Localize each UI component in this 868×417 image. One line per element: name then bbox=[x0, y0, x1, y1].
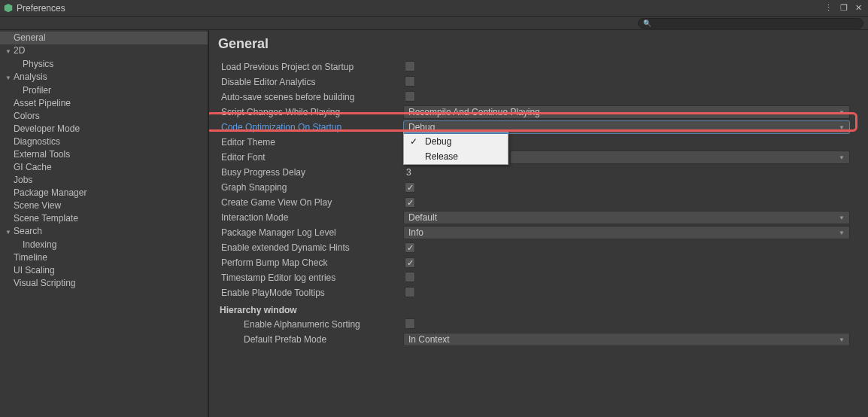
sidebar-item-gi-cache[interactable]: GI Cache bbox=[0, 161, 208, 174]
sidebar-item-scene-template[interactable]: Scene Template bbox=[0, 212, 208, 225]
label-load-previous: Load Previous Project on Startup bbox=[215, 62, 403, 72]
label-playmode-tooltips: Enable PlayMode Tooltips bbox=[215, 288, 403, 298]
search-icon: 🔍 bbox=[643, 20, 651, 27]
label-bump-map: Perform Bump Map Check bbox=[215, 257, 403, 268]
sidebar-item-timeline[interactable]: Timeline bbox=[0, 251, 208, 264]
chevron-down-icon: ▼ bbox=[5, 46, 12, 57]
unity-icon bbox=[3, 3, 14, 14]
sidebar-item-colors[interactable]: Colors bbox=[0, 110, 208, 123]
menu-item-release[interactable]: Release bbox=[404, 149, 508, 164]
checkbox-timestamp[interactable] bbox=[405, 272, 415, 282]
chevron-down-icon: ▼ bbox=[839, 154, 845, 161]
page-title: General bbox=[215, 35, 860, 59]
checkbox-auto-save[interactable] bbox=[405, 91, 415, 102]
checkbox-alpha-sort[interactable] bbox=[405, 318, 415, 329]
content-panel: General Load Previous Project on Startup… bbox=[209, 30, 868, 417]
label-graph-snapping: Graph Snapping bbox=[215, 182, 403, 193]
dropdown-popup: ✓Debug Release bbox=[403, 132, 508, 165]
restore-icon[interactable]: ❐ bbox=[837, 3, 851, 13]
checkbox-ext-hints[interactable] bbox=[405, 242, 415, 253]
chevron-down-icon: ▼ bbox=[5, 72, 12, 84]
dropdown-editor-font[interactable]: ▼ bbox=[510, 151, 850, 164]
check-icon: ✓ bbox=[410, 136, 417, 147]
sidebar-item-visual-scripting[interactable]: Visual Scripting bbox=[0, 277, 208, 290]
checkbox-create-game-view[interactable] bbox=[405, 197, 415, 208]
label-auto-save: Auto-save scenes before building bbox=[215, 92, 403, 102]
label-script-changes: Script Changes While Playing bbox=[215, 107, 403, 117]
titlebar: Preferences ⋮ ❐ ✕ bbox=[0, 0, 868, 17]
label-ext-hints: Enable extended Dynamic Hints bbox=[215, 242, 403, 253]
sidebar-item-scene-view[interactable]: Scene View bbox=[0, 199, 208, 212]
chevron-down-icon: ▼ bbox=[839, 109, 845, 116]
label-editor-theme: Editor Theme bbox=[215, 137, 403, 148]
label-create-game-view: Create Game View On Play bbox=[215, 197, 403, 208]
sidebar-item-analysis[interactable]: ▼Analysis bbox=[0, 71, 208, 84]
searchbar-row: 🔍 bbox=[0, 17, 868, 30]
section-hierarchy: Hierarchy window bbox=[215, 300, 860, 317]
sidebar-item-developer-mode[interactable]: Developer Mode bbox=[0, 123, 208, 135]
sidebar-item-profiler[interactable]: Profiler bbox=[0, 84, 208, 97]
sidebar-item-search[interactable]: ▼Search bbox=[0, 225, 208, 239]
dropdown-prefab-mode[interactable]: In Context▼ bbox=[403, 333, 850, 346]
chevron-down-icon: ▼ bbox=[839, 124, 845, 131]
label-prefab-mode: Default Prefab Mode bbox=[215, 334, 403, 345]
close-icon[interactable]: ✕ bbox=[852, 3, 865, 13]
label-disable-analytics: Disable Editor Analytics bbox=[215, 77, 403, 87]
checkbox-disable-analytics[interactable] bbox=[405, 76, 415, 87]
sidebar-item-2d[interactable]: ▼2D bbox=[0, 44, 208, 58]
chevron-down-icon: ▼ bbox=[839, 230, 845, 236]
checkbox-load-previous[interactable] bbox=[405, 61, 415, 72]
chevron-down-icon: ▼ bbox=[5, 227, 12, 238]
dropdown-script-changes[interactable]: Recompile And Continue Playing▼ bbox=[403, 105, 850, 119]
dropdown-interaction-mode[interactable]: Default▼ bbox=[403, 211, 850, 224]
sidebar-item-external-tools[interactable]: External Tools bbox=[0, 148, 208, 161]
chevron-down-icon: ▼ bbox=[839, 215, 845, 221]
chevron-down-icon: ▼ bbox=[839, 336, 845, 343]
checkbox-playmode-tooltips[interactable] bbox=[405, 287, 415, 297]
sidebar-item-package-manager[interactable]: Package Manager bbox=[0, 187, 208, 199]
value-busy-delay[interactable]: 3 bbox=[403, 167, 411, 178]
window-title: Preferences bbox=[17, 3, 821, 14]
more-icon[interactable]: ⋮ bbox=[821, 3, 836, 13]
label-alpha-sort: Enable Alphanumeric Sorting bbox=[215, 319, 403, 330]
checkbox-bump-map[interactable] bbox=[405, 257, 415, 268]
sidebar-item-indexing[interactable]: Indexing bbox=[0, 239, 208, 251]
label-interaction-mode: Interaction Mode bbox=[215, 212, 403, 223]
label-timestamp: Timestamp Editor log entries bbox=[215, 272, 403, 283]
sidebar-item-physics[interactable]: Physics bbox=[0, 58, 208, 71]
label-code-optimization: Code Optimization On Startup bbox=[215, 122, 403, 132]
menu-item-debug[interactable]: ✓Debug bbox=[404, 134, 508, 149]
dropdown-pkg-log-level[interactable]: Info▼ bbox=[403, 226, 850, 239]
sidebar-item-ui-scaling[interactable]: UI Scaling bbox=[0, 264, 208, 277]
search-input[interactable]: 🔍 bbox=[638, 18, 863, 29]
sidebar-item-general[interactable]: General bbox=[0, 32, 208, 44]
window-controls: ⋮ ❐ ✕ bbox=[821, 3, 865, 13]
sidebar-item-jobs[interactable]: Jobs bbox=[0, 174, 208, 187]
sidebar: General ▼2D Physics ▼Analysis Profiler A… bbox=[0, 30, 209, 417]
label-busy-delay: Busy Progress Delay bbox=[215, 167, 403, 178]
sidebar-item-diagnostics[interactable]: Diagnostics bbox=[0, 135, 208, 148]
sidebar-item-asset-pipeline[interactable]: Asset Pipeline bbox=[0, 97, 208, 110]
label-editor-font: Editor Font bbox=[215, 152, 403, 163]
checkbox-graph-snapping[interactable] bbox=[405, 182, 415, 193]
label-pkg-log-level: Package Manager Log Level bbox=[215, 227, 403, 238]
